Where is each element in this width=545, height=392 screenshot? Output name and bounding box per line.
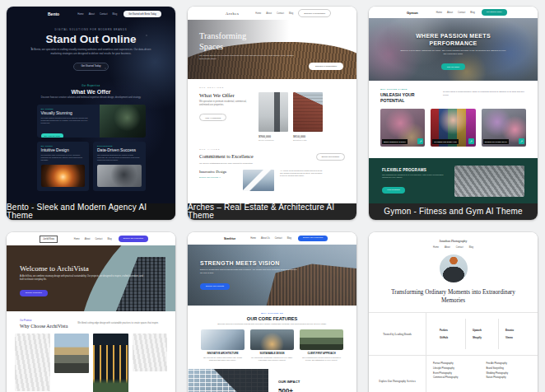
services-column: Fine Art Photography Brand Storytelling … [487, 362, 532, 380]
card-cta-button: See How We Work [41, 133, 63, 138]
section-title: FLEXIBLE PROGRAMS [382, 168, 446, 172]
bento-logo: Bento [48, 12, 59, 16]
gymon-nav: Home About Contact Blog [436, 12, 475, 14]
card-label: EXPERT COACHING STAFF [483, 139, 509, 144]
theme-card-gymon[interactable]: Gymon Home About Contact Blog Get Starte… [369, 7, 538, 220]
steelrise-header: Steelrise Home About Us Contact Blog Exp… [188, 232, 356, 245]
arrow-icon: ↗ [417, 138, 423, 144]
impact-title: OUR IMPACT [278, 380, 300, 384]
gymon-header: Gymon Home About Contact Blog Get Starte… [369, 7, 538, 18]
theme-card-archivista[interactable]: ArchiVista Home About Contact Blog Explo… [7, 232, 175, 392]
trusted-row: Trusted by Leading Brands Forbes GitHub … [369, 313, 538, 356]
arrow-icon: ↗ [519, 138, 524, 144]
card-title: Intuitive Design [41, 147, 86, 152]
nav-item: Contact [100, 12, 108, 16]
feature-card: CLIENT-FIRST APPROACH Our commitment to … [300, 329, 343, 362]
hero-title-line1: Transforming [199, 31, 298, 42]
section-body: Steelrise delivers exceptional projects … [211, 323, 334, 326]
hero-body: Discover a gym where champions are made.… [401, 49, 506, 56]
steelrise-hero: STRENGTH MEETS VISION Discover architect… [188, 245, 356, 306]
impact-photo [188, 369, 268, 392]
listing-photo [293, 92, 323, 132]
archivista-header: ArchiVista Home About Contact Blog Explo… [7, 232, 175, 245]
card-photo [250, 329, 294, 350]
section-eyebrow: OUR VALUES [199, 148, 345, 151]
nav-item: Home [74, 238, 80, 240]
section-title: OUR CORE FEATURES [188, 316, 356, 321]
gymon-hero: WHERE PASSION MEETS PERFORMANCE Discover… [369, 18, 538, 81]
arrow-icon: ↗ [468, 138, 474, 144]
steelrise-nav: Home About Us Contact Blog [250, 237, 291, 240]
jonathan-info-table: Trusted by Leading Brands Forbes GitHub … [369, 312, 538, 392]
card-body: We incorporate sustainable practices at … [250, 357, 294, 362]
bento-preview: Bento Home About Contact Blog Get Starte… [7, 7, 175, 220]
feature-link: Explore Our Process → [199, 176, 237, 179]
section-cta-button: Explore Our Portfolio [316, 153, 345, 161]
card-body: We prioritize user experience in every d… [41, 154, 86, 162]
listing: $900,000 Skyline Residence [259, 92, 288, 141]
hero-title: Transforming Ordinary Moments into Extra… [389, 289, 518, 305]
program-card: CLASSES FOR EVERY AGE ↗ [431, 109, 475, 147]
service-item: Commercial Photography [433, 376, 478, 380]
gymon-programs-section: FLEXIBLE PROGRAMS Our programs are desig… [369, 158, 538, 203]
program-card: EXPERT COACHING STAFF ↗ [482, 109, 526, 147]
jonathan-logo: Jonathan Photography [369, 232, 538, 243]
gymon-logo: Gymon [407, 11, 418, 15]
theme-gallery: { "page": { "background": "#f0f1f2" }, "… [0, 0, 545, 392]
nav-item: Blog [107, 238, 111, 240]
theme-card-steelrise[interactable]: Steelrise Home About Us Contact Blog Exp… [188, 232, 356, 392]
archivista-logo: ArchiVista [40, 236, 58, 243]
card-body: Our projects are crafted with cutting-ed… [201, 357, 245, 362]
brand-column: Envato Vimeo [498, 319, 531, 349]
hero-title: Welcome to ArchiVista [20, 264, 143, 273]
hero-body: At ArchiVista, we combine visionary desi… [20, 275, 143, 282]
theme-card-bento[interactable]: Bento Home About Contact Blog Get Starte… [7, 7, 175, 220]
hero-title: Stand Out Online [7, 33, 175, 45]
arches-excellence-section: OUR VALUES Commitment to Excellence Expl… [188, 141, 356, 191]
programs-text: FLEXIBLE PROGRAMS Our programs are desig… [382, 168, 446, 194]
section-body: Gymon offers a comprehensive range of pr… [443, 91, 526, 103]
nav-item: Blog [469, 246, 473, 249]
nav-item: About [266, 12, 272, 15]
feature-title: Innovative Design [199, 170, 237, 174]
services-text: What We Offer We specialize in premium r… [199, 92, 250, 141]
section-eyebrow: WHY CHOOSE GYMON [380, 88, 435, 91]
nav-item: Contact [95, 238, 103, 240]
hero-cta-button: Join Us Today [441, 63, 466, 70]
hero-text: Welcome to ArchiVista At ArchiVista, we … [20, 264, 143, 296]
brand-logo: Vimeo [505, 336, 531, 339]
theme-card-jonathan[interactable]: Jonathan Photography Home About Contact … [369, 232, 538, 392]
hero-title-line2: Spaces [199, 42, 298, 53]
brand-logo: GitHub [440, 336, 465, 339]
feature-card: INNOVATIVE ARCHITECTURE Our projects are… [201, 329, 245, 362]
nav-item: Blog [287, 237, 291, 240]
card-title: INNOVATIVE ARCHITECTURE [201, 352, 245, 355]
feature-card-text: Our Advantage Visually Stunning We craft… [37, 105, 100, 138]
row-label: Trusted by Leading Brands [369, 313, 426, 355]
section-body: Discover how our creative solutions and … [40, 96, 143, 100]
theme-card-arches[interactable]: Arches Home About Contact Blog Schedule … [188, 7, 356, 220]
card-body: We craft custom websites that blend stri… [41, 117, 95, 125]
gallery-photo [93, 334, 128, 392]
brand-column: Upwork Shopify [465, 319, 498, 349]
hero-cta-button: Get Started Today [73, 63, 108, 72]
hero-body: Discover architecture that blends streng… [200, 268, 297, 275]
nav-item: About [445, 246, 450, 249]
listing-price: $900,000 [259, 134, 288, 138]
card-title: Visually Stunning [41, 110, 95, 115]
listing-label: Skyline Residence [259, 139, 288, 141]
hero-title: WHERE PASSION MEETS PERFORMANCE [369, 32, 538, 47]
row-label: Explore Our Photography Services [369, 356, 426, 392]
card-eyebrow: Our Advantage [41, 108, 95, 110]
section-eyebrow: Our Promise [20, 320, 68, 322]
listing-label: Brickstone Lofts [293, 139, 323, 141]
archivista-header-cta-button: Explore Our Properties [119, 236, 148, 242]
gymon-cards: BUILD STRENGTH & SKILL ↗ CLASSES FOR EVE… [369, 109, 538, 147]
nav-item: About [89, 12, 95, 16]
services-cell: Portrait Photography Lifestyle Photograp… [426, 356, 538, 392]
nav-item: Contact [456, 246, 463, 249]
brand-logo: Envato [505, 329, 531, 332]
theme-caption: Gymon - Fitness and Gym AI Theme [369, 203, 538, 220]
property-listings: $900,000 Skyline Residence $850,000 Bric… [259, 92, 323, 141]
card-eyebrow: Delivering Results [97, 145, 142, 147]
